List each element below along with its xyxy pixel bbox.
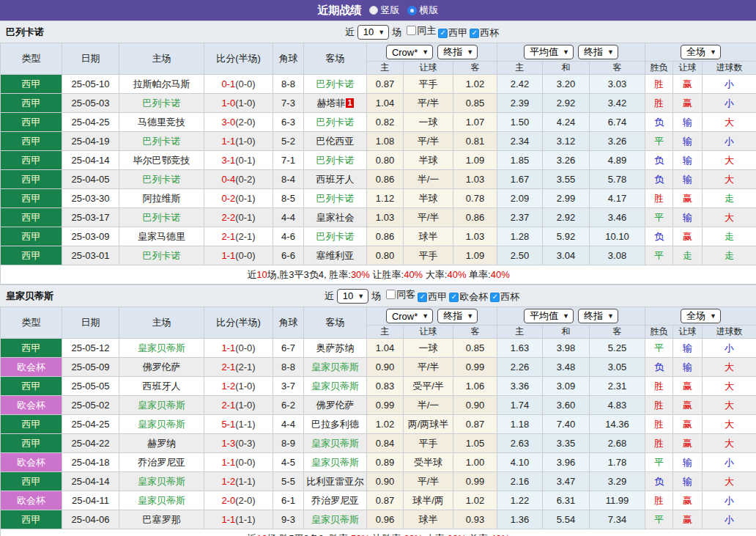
col-europe-home: 主 (497, 62, 543, 75)
home-team-link[interactable]: 阿拉维斯 (143, 193, 181, 204)
half-time-score: (1-0) (235, 381, 255, 392)
home-team-link[interactable]: 巴列卡诺 (143, 98, 181, 109)
home-team-link[interactable]: 拉斯帕尔马斯 (133, 78, 190, 89)
europe-home-odds-cell: 2.16 (497, 472, 543, 491)
filter-checkbox-item[interactable]: ✓西杯 (490, 290, 519, 304)
away-team-link[interactable]: 皇家贝蒂斯 (311, 438, 359, 449)
handicap-result-cell: 输 (673, 113, 703, 132)
handicap-line-cell: 半球 (404, 151, 453, 170)
full-match-select[interactable]: 全场▼ (681, 45, 721, 59)
final-odds-select[interactable]: 终指▼ (437, 309, 478, 323)
away-team-link[interactable]: 巴伦西亚 (316, 136, 355, 147)
match-count-select[interactable]: 10 ▼ (357, 25, 389, 40)
checkbox-checked-icon[interactable]: ✓ (490, 293, 500, 302)
checkbox-checked-icon[interactable]: ✓ (470, 29, 479, 38)
home-team-link[interactable]: 皇家贝蒂斯 (138, 476, 185, 487)
recent-results-page: 近期战绩 竖版 横版 巴列卡诺 近 10 ▼ 场 同主✓西甲✓西杯 (0, 0, 756, 536)
col-handicap-line: 让球 (404, 326, 453, 339)
chevron-down-icon: ▼ (357, 293, 364, 300)
home-team-link[interactable]: 赫罗纳 (147, 438, 176, 449)
away-team-link[interactable]: 比利亚雷亚尔 (307, 476, 364, 487)
europe-away-odds-cell: 7.34 (590, 510, 645, 529)
checkbox-unchecked-icon[interactable] (386, 290, 396, 299)
handicap-away-odds-cell: 1.03 (453, 227, 497, 246)
away-team-link[interactable]: 巴列卡诺 (316, 155, 355, 166)
home-team-link[interactable]: 皇家贝蒂斯 (138, 342, 185, 353)
filter-checkbox-item[interactable]: 同客 (386, 288, 415, 301)
away-team-link[interactable]: 赫塔菲 (316, 98, 345, 109)
goals-result-cell: 大 (703, 396, 756, 415)
bookmaker-select[interactable]: Crow*▼ (386, 309, 433, 323)
home-team-link[interactable]: 皇家贝蒂斯 (138, 419, 185, 430)
home-team-cell: 皇家贝蒂斯 (119, 472, 204, 491)
goals-result-cell: 小 (703, 510, 756, 529)
full-match-select[interactable]: 全场▼ (681, 309, 721, 323)
half-time-score: (1-0) (235, 98, 255, 109)
away-team-link[interactable]: 乔治罗尼亚 (311, 495, 359, 506)
away-team-link[interactable]: 巴列卡诺 (316, 193, 355, 204)
final-odds-select[interactable]: 终指▼ (437, 45, 478, 59)
home-team-link[interactable]: 毕尔巴鄂竞技 (133, 155, 190, 166)
radio-selected-icon[interactable] (407, 6, 417, 15)
checkbox-checked-icon[interactable]: ✓ (418, 293, 427, 302)
match-count-select[interactable]: 10 ▼ (337, 289, 368, 304)
filter-checkbox-item[interactable]: ✓欧会杯 (449, 290, 488, 304)
result-group-header: 全场▼ (645, 307, 756, 326)
filter-checkboxes: 同客✓西甲✓欧会杯✓西杯 (384, 288, 519, 304)
home-team-link[interactable]: 巴列卡诺 (143, 136, 181, 147)
match-row: 西甲25-05-03巴列卡诺1-0(1-0)7-3赫塔菲11.04平/半0.85… (1, 94, 756, 113)
filter-checkbox-item[interactable]: 同主 (407, 24, 436, 37)
average-select[interactable]: 平均值▼ (524, 309, 574, 323)
europe-away-odds-cell: 11.99 (590, 491, 645, 510)
bookmaker-select[interactable]: Crow*▼ (386, 45, 433, 59)
home-team-link[interactable]: 巴列卡诺 (143, 212, 181, 223)
home-team-link[interactable]: 乔治罗尼亚 (138, 457, 185, 468)
layout-option-horizontal[interactable]: 横版 (407, 4, 439, 17)
away-team-link[interactable]: 皇家贝蒂斯 (311, 514, 359, 525)
filter-checkbox-item[interactable]: ✓西杯 (470, 26, 499, 40)
checkbox-checked-icon[interactable]: ✓ (438, 29, 448, 38)
filter-checkbox-item[interactable]: ✓西甲 (418, 290, 447, 304)
home-team-link[interactable]: 皇家贝蒂斯 (138, 400, 185, 411)
final-odds-select[interactable]: 终指▼ (578, 45, 618, 59)
section-controls-row: 巴列卡诺 近 10 ▼ 场 同主✓西甲✓西杯 (0, 21, 756, 43)
final-odds-select[interactable]: 终指▼ (578, 309, 618, 323)
home-team-link[interactable]: 西班牙人 (143, 381, 181, 392)
winloss-result-cell: 胜 (645, 415, 673, 434)
away-team-link[interactable]: 奥萨苏纳 (316, 342, 355, 353)
home-team-link[interactable]: 巴塞罗那 (143, 514, 181, 525)
home-team-link[interactable]: 佛罗伦萨 (143, 361, 181, 372)
checkbox-unchecked-icon[interactable] (407, 26, 416, 35)
away-team-link[interactable]: 巴列卡诺 (316, 231, 355, 242)
away-team-link[interactable]: 佛罗伦萨 (316, 400, 355, 411)
full-time-score: 2-1 (221, 231, 235, 242)
away-team-link[interactable]: 塞维利亚 (316, 250, 355, 261)
radio-unselected-icon[interactable] (369, 6, 378, 15)
handicap-line-cell: 受半球 (404, 453, 453, 472)
home-team-link[interactable]: 马德里竞技 (138, 117, 185, 128)
corner-cell: 4-4 (273, 208, 304, 227)
away-team-link[interactable]: 巴拉多利德 (311, 419, 359, 430)
handicap-away-odds-cell: 1.07 (453, 113, 497, 132)
home-team-link[interactable]: 巴列卡诺 (143, 250, 181, 261)
away-team-link[interactable]: 皇家社会 (316, 212, 355, 223)
europe-draw-odds-cell: 3.20 (543, 75, 590, 94)
away-team-link[interactable]: 巴列卡诺 (316, 78, 355, 89)
filter-checkbox-item[interactable]: ✓西甲 (438, 26, 467, 40)
score-cell: 3-0(2-0) (204, 113, 273, 132)
layout-option-vertical[interactable]: 竖版 (369, 4, 400, 17)
away-team-link[interactable]: 巴列卡诺 (316, 117, 355, 128)
europe-home-odds-cell: 1.28 (497, 227, 543, 246)
home-team-link[interactable]: 皇家贝蒂斯 (138, 495, 185, 506)
away-team-cell: 巴列卡诺 (304, 151, 367, 170)
home-team-link[interactable]: 巴列卡诺 (143, 174, 181, 185)
away-team-link[interactable]: 皇家贝蒂斯 (311, 361, 359, 372)
average-select[interactable]: 平均值▼ (524, 45, 574, 59)
winloss-result-cell: 平 (645, 339, 673, 358)
away-team-link[interactable]: 皇家贝蒂斯 (311, 381, 359, 392)
checkbox-checked-icon[interactable]: ✓ (449, 293, 459, 302)
section-summary: 近10场,胜3平3负4, 胜率:30% 让胜率:40% 大率:40% 单率:40… (1, 265, 756, 284)
away-team-link[interactable]: 西班牙人 (316, 174, 355, 185)
away-team-link[interactable]: 皇家贝蒂斯 (311, 457, 359, 468)
home-team-link[interactable]: 皇家马德里 (138, 231, 185, 242)
